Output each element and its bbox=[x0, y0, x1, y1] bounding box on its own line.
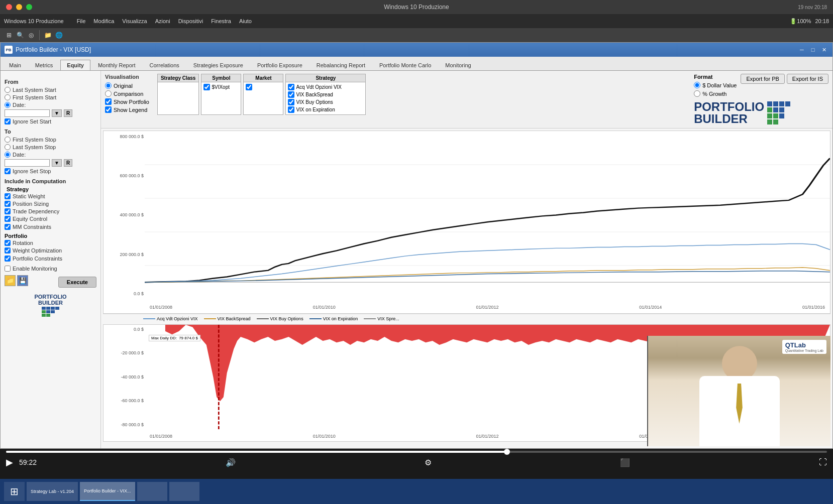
win-menu-file[interactable]: File bbox=[74, 17, 89, 25]
mac-close-btn[interactable] bbox=[6, 4, 12, 10]
to-date-radio[interactable] bbox=[5, 152, 11, 158]
to-r-btn[interactable]: R bbox=[64, 159, 72, 167]
rotation-checkbox[interactable] bbox=[5, 240, 11, 246]
sidebar-folder-btn[interactable]: 📁 bbox=[5, 275, 16, 286]
taskbar-btn3[interactable] bbox=[137, 482, 167, 501]
to-last-system-stop[interactable]: Last System Stop bbox=[5, 144, 96, 150]
win-menu-azioni[interactable]: Azioni bbox=[152, 17, 173, 25]
play-button[interactable]: ▶ bbox=[6, 457, 13, 468]
to-date-input[interactable]: 29/10/2020 bbox=[5, 159, 50, 167]
win-browser-icon[interactable]: 🌐 bbox=[54, 30, 64, 40]
portfolio-constraints-row[interactable]: Portfolio Constraints bbox=[5, 256, 96, 262]
tab-portfolio-exposure[interactable]: Portfolio Exposure bbox=[251, 60, 309, 70]
airplay-btn[interactable]: ⬛ bbox=[620, 458, 630, 467]
app-restore-btn[interactable]: □ bbox=[808, 45, 817, 54]
strategy-backspread[interactable]: VIX BackSpread bbox=[288, 91, 363, 98]
show-portfolio-checkbox[interactable] bbox=[105, 98, 112, 105]
tab-equity[interactable]: Equity bbox=[60, 60, 90, 70]
from-first-system-start[interactable]: First System Start bbox=[5, 94, 96, 100]
strategy-acq-checkbox[interactable] bbox=[288, 84, 294, 90]
tab-main[interactable]: Main bbox=[3, 60, 28, 70]
from-date-radio[interactable] bbox=[5, 102, 11, 108]
win-folder-icon[interactable]: 📁 bbox=[43, 30, 53, 40]
show-legend-checkbox[interactable] bbox=[105, 106, 112, 113]
equity-control-checkbox[interactable] bbox=[5, 216, 11, 222]
show-portfolio-row[interactable]: Show Portfolio bbox=[105, 98, 149, 105]
dollar-value-row[interactable]: $ Dollar Value bbox=[694, 82, 737, 88]
progress-bar-container[interactable] bbox=[6, 451, 827, 453]
pct-growth-row[interactable]: % Growth bbox=[694, 90, 737, 97]
strategy-backspread-checkbox[interactable] bbox=[288, 91, 294, 98]
win-start-btn[interactable]: ⊞ bbox=[4, 482, 25, 501]
dollar-value-radio[interactable] bbox=[694, 82, 700, 88]
ignore-set-stop-checkbox[interactable] bbox=[5, 168, 11, 174]
tab-correlations[interactable]: Correlations bbox=[143, 60, 186, 70]
to-last-system-stop-radio[interactable] bbox=[5, 144, 11, 150]
strategy-on-expiration[interactable]: VIX on Expiration bbox=[288, 106, 363, 113]
win-search-icon[interactable]: 🔍 bbox=[15, 30, 25, 40]
win-menu-aiuto[interactable]: Aiuto bbox=[236, 17, 255, 25]
static-weight-checkbox[interactable] bbox=[5, 193, 11, 199]
original-radio-row[interactable]: Original bbox=[105, 82, 149, 89]
settings-btn[interactable]: ⚙ bbox=[425, 458, 432, 467]
to-date-picker-btn[interactable]: ▼ bbox=[52, 159, 62, 167]
app-minimize-btn[interactable]: ─ bbox=[797, 45, 806, 54]
mm-constraints-row[interactable]: MM Constraints bbox=[5, 224, 96, 230]
equity-control-row[interactable]: Equity Control bbox=[5, 216, 96, 222]
pct-growth-radio[interactable] bbox=[694, 90, 700, 97]
trade-dependency-row[interactable]: Trade Dependency bbox=[5, 208, 96, 214]
win-menu-finestra[interactable]: Finestra bbox=[208, 17, 234, 25]
comparison-radio[interactable] bbox=[105, 90, 112, 97]
app-close-btn[interactable]: ✕ bbox=[819, 45, 828, 54]
static-weight-row[interactable]: Static Weight bbox=[5, 193, 96, 199]
win-cortana-icon[interactable]: ◎ bbox=[26, 30, 36, 40]
original-radio[interactable] bbox=[105, 82, 112, 89]
position-sizing-row[interactable]: Position Sizing bbox=[5, 201, 96, 207]
from-date-picker-btn[interactable]: ▼ bbox=[52, 109, 62, 117]
comparison-radio-row[interactable]: Comparison bbox=[105, 90, 149, 97]
tab-monthly-report[interactable]: Monthly Report bbox=[91, 60, 142, 70]
market-item[interactable] bbox=[246, 83, 281, 91]
from-last-system-start[interactable]: Last System Start bbox=[5, 87, 96, 93]
taskbar-portfolio-builder[interactable]: Portfolio Builder - VIX... bbox=[80, 482, 135, 501]
ignore-set-start-row[interactable]: Ignore Set Start bbox=[5, 118, 96, 124]
mm-constraints-checkbox[interactable] bbox=[5, 224, 11, 230]
tab-portfolio-monte-carlo[interactable]: Portfolio Monte Carlo bbox=[373, 60, 438, 70]
weight-optimization-row[interactable]: Weight Optimization bbox=[5, 247, 96, 254]
to-first-system-stop-radio[interactable] bbox=[5, 137, 11, 143]
symbol-vixopt-checkbox[interactable] bbox=[203, 84, 210, 90]
trade-dependency-checkbox[interactable] bbox=[5, 208, 11, 214]
taskbar-strategy-lab[interactable]: Strategy Lab - v1.204 bbox=[27, 482, 78, 501]
portfolio-constraints-checkbox[interactable] bbox=[5, 256, 11, 262]
export-is-btn[interactable]: Export for IS bbox=[787, 74, 828, 84]
symbol-vixopt[interactable]: $VIXopt bbox=[203, 83, 239, 91]
market-checkbox[interactable] bbox=[246, 84, 252, 90]
win-menu-visualizza[interactable]: Visualizza bbox=[119, 17, 150, 25]
ignore-set-stop-row[interactable]: Ignore Set Stop bbox=[5, 168, 96, 174]
sidebar-save-btn[interactable]: 💾 bbox=[17, 275, 28, 286]
taskbar-btn4[interactable] bbox=[169, 482, 199, 501]
strategy-acq-vdt[interactable]: Acq Vdt Opzioni VIX bbox=[288, 83, 363, 91]
win-menu-dispositivi[interactable]: Dispositivi bbox=[175, 17, 206, 25]
export-pb-btn[interactable]: Export for PB bbox=[741, 74, 784, 84]
mac-min-btn[interactable] bbox=[16, 4, 22, 10]
fullscreen-btn[interactable]: ⛶ bbox=[819, 458, 827, 467]
mac-max-btn[interactable] bbox=[26, 4, 32, 10]
rotation-row[interactable]: Rotation bbox=[5, 240, 96, 246]
strategy-buy-checkbox[interactable] bbox=[288, 99, 294, 105]
ignore-set-start-checkbox[interactable] bbox=[5, 118, 11, 124]
enable-monitoring-checkbox[interactable] bbox=[5, 266, 11, 272]
position-sizing-checkbox[interactable] bbox=[5, 201, 11, 207]
show-legend-row[interactable]: Show Legend bbox=[105, 106, 149, 113]
tab-rebalancing-report[interactable]: Rebalancing Report bbox=[310, 60, 372, 70]
from-last-system-start-radio[interactable] bbox=[5, 87, 11, 93]
execute-button[interactable]: Execute bbox=[58, 277, 96, 288]
win-grid-icon[interactable]: ⊞ bbox=[4, 30, 14, 40]
tab-metrics[interactable]: Metrics bbox=[29, 60, 59, 70]
from-first-system-start-radio[interactable] bbox=[5, 94, 11, 100]
strategy-exp-checkbox[interactable] bbox=[288, 106, 294, 113]
weight-optimization-checkbox[interactable] bbox=[5, 247, 11, 254]
from-r-btn[interactable]: R bbox=[64, 109, 72, 117]
win-menu-modifica[interactable]: Modifica bbox=[90, 17, 117, 25]
tab-monitoring[interactable]: Monitoring bbox=[439, 60, 477, 70]
